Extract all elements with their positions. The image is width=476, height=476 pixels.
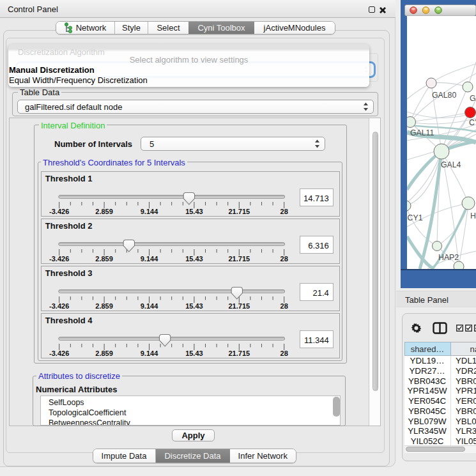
svg-text:9.144: 9.144	[141, 302, 158, 310]
svg-text:21.715: 21.715	[228, 255, 250, 263]
svg-text:15.43: 15.43	[185, 349, 203, 357]
svg-text:21.715: 21.715	[228, 302, 250, 310]
svg-text:9.144: 9.144	[141, 208, 158, 215]
svg-text:9.144: 9.144	[141, 255, 158, 263]
svg-text:28: 28	[280, 255, 288, 263]
svg-text:15.43: 15.43	[185, 208, 203, 215]
svg-text:21.715: 21.715	[228, 208, 250, 215]
svg-text:2.859: 2.859	[95, 349, 113, 357]
svg-text:21.715: 21.715	[228, 349, 250, 357]
svg-text:GA: GA	[470, 94, 476, 103]
svg-text:-3.426: -3.426	[49, 255, 69, 263]
svg-text:GAL80: GAL80	[432, 91, 456, 100]
svg-text:28: 28	[280, 349, 288, 357]
svg-text:28: 28	[280, 208, 288, 215]
svg-text:GCY1: GCY1	[407, 213, 423, 222]
svg-text:H: H	[470, 211, 476, 220]
svg-text:15.43: 15.43	[185, 302, 203, 310]
svg-text:CY: CY	[469, 118, 476, 127]
svg-text:GAL11: GAL11	[410, 128, 434, 137]
svg-text:2.859: 2.859	[95, 208, 113, 215]
svg-text:GAL4: GAL4	[441, 160, 461, 169]
svg-text:-3.426: -3.426	[49, 208, 69, 215]
svg-text:28: 28	[280, 302, 288, 310]
svg-text:9.144: 9.144	[141, 349, 158, 357]
svg-text:-3.426: -3.426	[49, 349, 69, 357]
svg-text:HAP2: HAP2	[438, 253, 459, 262]
svg-text:2.859: 2.859	[95, 302, 113, 310]
svg-text:15.43: 15.43	[185, 255, 203, 263]
svg-text:2.859: 2.859	[95, 255, 113, 263]
svg-text:-3.426: -3.426	[49, 302, 69, 310]
